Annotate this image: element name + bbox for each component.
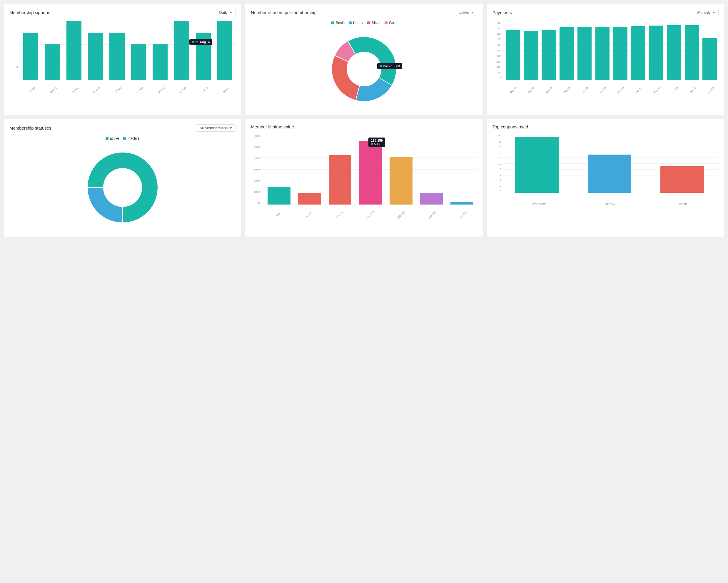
coupons-header: Top coupons used [493,124,719,129]
signups-y-axis: 012345 [9,21,20,80]
payments-xlabel-1: Oct 18 [524,83,538,97]
payments-xlabel-0: Sep 18 [506,83,520,97]
payments-xlabel-6: Mar 19 [613,83,628,97]
users-per-membership-title: Number of users per membership [251,10,316,15]
payments-bar-fill-8 [649,26,663,80]
signups-bar-fill-7 [174,21,189,80]
mlv-bar-3 [355,141,386,204]
signups-bar-fill-2 [67,21,81,80]
mlv-bar-2 [325,155,356,204]
signups-bar-9 [214,21,235,80]
signups-xlabel-1: 04 Aug [45,81,62,99]
signups-dropdown[interactable]: Daily [216,9,235,16]
mlv-bar-0 [264,187,294,204]
payments-bar-fill-3 [560,27,574,80]
statuses-legend-item: inactive [123,136,140,140]
statuses-donut-container: activeinactive [9,136,235,231]
payments-header: Payments Monthly [493,9,719,16]
coupon-bar-fill-2 [660,166,704,193]
payments-dropdown[interactable]: Monthly [694,9,719,16]
payments-xlabel-9: Jun 19 [668,83,682,97]
signups-bar-5 [128,45,149,80]
statuses-donut-svg [78,143,167,231]
coupon-xlabel-0: WELCOME [503,203,575,206]
payments-y-axis: 050100150200250300350400450500 [493,21,503,80]
statuses-donut-segment [87,188,123,223]
mlv-bar-4 [386,157,416,204]
signups-xlabel-9: Today [217,81,235,99]
payments-bar-fill-0 [506,30,520,80]
payments-bar-fill-5 [595,27,610,80]
mlv-bar-fill-0 [267,187,290,204]
signups-xlabel-3: 06 Aug [88,81,105,99]
upm-donut-segment [348,37,396,85]
payments-bar-fill-7 [631,26,645,80]
signups-bar-fill-6 [153,45,167,80]
upm-tooltip: Basic: 3860 [377,63,402,69]
mlv-bar-fill-2 [329,155,352,204]
signups-xlabel-5: 08 Aug [131,81,148,99]
payments-bar-7 [629,26,647,80]
signups-bar-6 [149,45,171,80]
coupon-xlabel-2: 20OFF [647,203,719,206]
users-per-membership-card: Number of users per membership active Ba… [245,3,483,115]
mlv-tooltip: 120-159 5380 [368,138,385,147]
signups-bar-3 [85,33,106,80]
payments-bar-11 [701,38,719,80]
signups-bar-fill-1 [45,45,60,80]
signups-xlabel-0: 03 Aug [23,81,41,99]
signups-xlabel-8: 11 Aug [196,81,213,99]
payments-xlabel-7: Apr 19 [631,83,646,97]
coupons-title: Top coupons used [493,124,528,129]
signups-tooltip: 11 Aug 4 [189,39,212,45]
mlv-xlabel-6: 320-359 [451,203,474,227]
lifetime-value-title: Member lifetime value [251,124,294,129]
coupon-bar-1 [573,155,646,193]
payments-xlabel-5: Feb 19 [595,83,610,97]
coupon-bar-0 [501,137,573,193]
statuses-header: Membership statuses All memberships [9,124,235,132]
payments-bar-3 [558,27,576,80]
payments-xlabel-4: Jan 19 [577,83,592,97]
upm-legend-item: Hobby [349,21,363,25]
coupons-card: Top coupons used 02468101214161820 WELCO… [487,119,725,237]
signups-bar-7 [171,21,192,80]
coupons-chart: 02468101214161820 WELCOMESPECIAL20OFF [493,134,719,206]
statuses-title: Membership statuses [9,126,51,131]
users-per-membership-dropdown[interactable]: active [456,9,477,16]
signups-bar-4 [106,33,128,80]
statuses-dropdown[interactable]: All memberships [196,124,235,132]
signups-xlabel-7: 10 Aug [174,81,191,99]
mlv-xlabel-0: 0-39 [266,203,290,227]
lifetime-value-chart: 0100020003000400050006000 0-3940-7980-11… [251,134,477,217]
coupon-bar-2 [646,166,719,193]
signups-header: Membership signups Daily [9,9,235,16]
payments-bar-5 [594,27,612,80]
payments-bar-6 [611,27,629,80]
mlv-bar-fill-3 [359,141,382,204]
coupon-xlabel-1: SPECIAL [575,203,647,206]
statuses-legend-item: active [106,136,119,140]
signups-bar-fill-5 [131,45,146,80]
dashboard: Membership signups Daily 012345 03 Aug04… [0,0,728,240]
payments-xlabel-2: Nov 18 [542,83,556,97]
payments-bar-fill-10 [685,25,699,80]
coupon-bar-fill-0 [515,137,558,193]
signups-xlabel-4: 07 Aug [109,81,127,99]
payments-bar-0 [504,30,522,80]
signups-bar-fill-3 [88,33,103,80]
payments-bar-1 [522,31,540,80]
mlv-xlabel-1: 40-79 [297,203,320,227]
signups-xlabel-2: 05 Aug [66,81,83,99]
users-per-membership-header: Number of users per membership active [251,9,477,16]
payments-title: Payments [493,10,512,15]
coupon-bar-fill-1 [588,155,631,193]
signups-bar-fill-9 [217,21,232,80]
mlv-bar-fill-4 [390,157,413,204]
mlv-xlabel-5: 280-319 [420,203,444,227]
payments-xlabel-3: Dec 18 [560,83,574,97]
payments-bar-10 [683,25,701,80]
mlv-bar-fill-5 [420,193,443,204]
upm-donut-segment [332,56,360,101]
signups-bar-fill-4 [109,33,124,80]
